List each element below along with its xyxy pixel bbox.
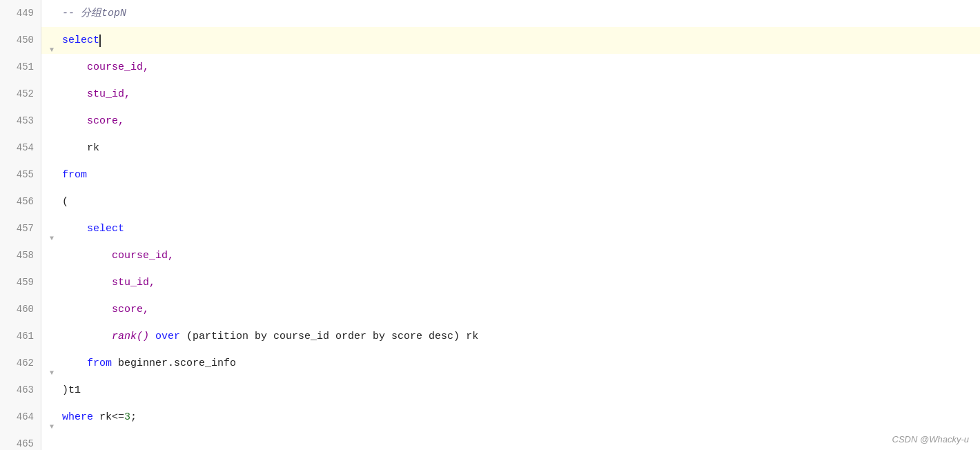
code-line: stu_id, xyxy=(41,81,980,108)
line-number: 455 xyxy=(0,162,41,188)
code-line: stu_id, xyxy=(41,269,980,296)
code-token: from xyxy=(62,350,118,377)
code-token: rk xyxy=(460,323,478,350)
fold-button[interactable]: ▼ xyxy=(50,37,58,45)
line-number: 458 xyxy=(0,242,41,269)
code-token: ; xyxy=(130,404,137,431)
line-number: 459 xyxy=(0,269,41,296)
fold-button[interactable]: ▼ xyxy=(50,225,58,233)
code-token: (partition by course_id order by score d… xyxy=(186,323,460,350)
code-token xyxy=(62,323,112,350)
code-line xyxy=(41,431,980,450)
code-token: course_id, xyxy=(62,242,174,269)
line-number: 450 xyxy=(0,27,41,54)
code-token: over xyxy=(149,323,186,350)
code-token: course_id, xyxy=(62,54,149,81)
code-line: ▼select xyxy=(41,27,980,54)
code-token: 3 xyxy=(124,404,130,431)
code-token: rk<= xyxy=(99,404,124,431)
code-token: select xyxy=(62,215,124,242)
code-token: beginner.score_info xyxy=(118,350,236,377)
code-token: score, xyxy=(62,296,149,323)
code-content: 4494504514524534544554564574584594604614… xyxy=(0,0,980,450)
code-line: score, xyxy=(41,108,980,135)
code-token: ( xyxy=(62,188,68,215)
line-number: 453 xyxy=(0,108,41,135)
code-editor: 4494504514524534544554564574584594604614… xyxy=(0,0,980,450)
line-number: 451 xyxy=(0,54,41,81)
code-line: -- 分组topN xyxy=(41,0,980,27)
line-number: 461 xyxy=(0,323,41,350)
code-line: rank() over (partition by course_id orde… xyxy=(41,323,980,350)
watermark: CSDN @Whacky-u xyxy=(892,434,969,444)
fold-button[interactable]: ▼ xyxy=(50,360,58,368)
code-token: stu_id, xyxy=(62,269,155,296)
line-number: 457 xyxy=(0,215,41,242)
line-number: 465 xyxy=(0,431,41,450)
code-line: ▼where rk<=3; xyxy=(41,404,980,431)
code-token: score, xyxy=(62,108,124,135)
text-cursor xyxy=(99,35,101,47)
line-number: 456 xyxy=(0,188,41,215)
code-line: course_id, xyxy=(41,242,980,269)
line-numbers: 4494504514524534544554564574584594604614… xyxy=(0,0,41,450)
line-number: 460 xyxy=(0,296,41,323)
code-token: stu_id, xyxy=(62,81,130,108)
line-number: 463 xyxy=(0,377,41,404)
line-number: 454 xyxy=(0,135,41,162)
code-line: ▼ select xyxy=(41,215,980,242)
line-number: 452 xyxy=(0,81,41,108)
line-number: 449 xyxy=(0,0,41,27)
code-token: rk xyxy=(62,135,99,162)
code-token: )t1 xyxy=(62,377,81,404)
code-line: ▼ from beginner.score_info xyxy=(41,350,980,377)
code-token: where xyxy=(62,404,99,431)
line-number: 464 xyxy=(0,404,41,431)
code-line: from xyxy=(41,162,980,188)
code-line: ( xyxy=(41,188,980,215)
code-token: select xyxy=(62,27,99,54)
code-line: )t1 xyxy=(41,377,980,404)
code-token: rank() xyxy=(112,323,149,350)
code-line: course_id, xyxy=(41,54,980,81)
code-token: -- 分组topN xyxy=(62,0,126,27)
code-line: rk xyxy=(41,135,980,162)
fold-button[interactable]: ▼ xyxy=(50,413,58,422)
code-area[interactable]: -- 分组topN▼select course_id, stu_id, scor… xyxy=(41,0,980,450)
code-line: score, xyxy=(41,296,980,323)
line-number: 462 xyxy=(0,350,41,377)
code-token: from xyxy=(62,162,87,188)
